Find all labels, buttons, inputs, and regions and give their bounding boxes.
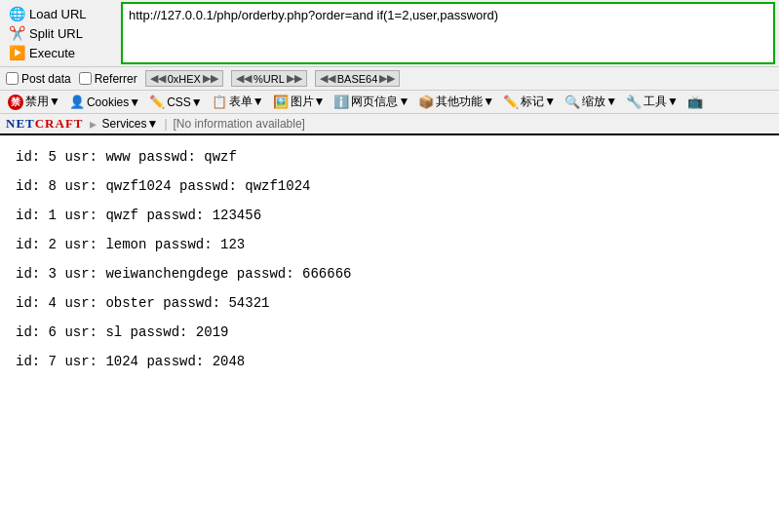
hex-arrow-right: ▶▶ bbox=[203, 72, 218, 85]
info-label: 网页信息▼ bbox=[351, 94, 409, 110]
referrer-checkbox[interactable] bbox=[79, 72, 92, 85]
data-line: id: 7 usr: 1024 passwd: 2048 bbox=[16, 348, 763, 375]
data-line: id: 3 usr: weiwanchengdege passwd: 66666… bbox=[16, 260, 763, 287]
data-line: id: 6 usr: sl passwd: 2019 bbox=[16, 319, 763, 346]
url-label: %URL bbox=[253, 73, 285, 85]
base64-button[interactable]: ◀◀ BASE64 ▶▶ bbox=[315, 70, 401, 87]
netcraft-net: NET bbox=[6, 116, 35, 131]
cookies-icon: 👤 bbox=[69, 95, 85, 109]
hex-label: 0xHEX bbox=[168, 73, 201, 85]
data-line: id: 2 usr: lemon passwd: 123 bbox=[16, 231, 763, 258]
url-encode-button[interactable]: ◀◀ %URL ▶▶ bbox=[231, 70, 307, 87]
data-line: id: 4 usr: obster passwd: 54321 bbox=[16, 289, 763, 317]
display-icon: 📺 bbox=[687, 95, 703, 109]
data-line: id: 5 usr: www passwd: qwzf bbox=[16, 143, 763, 171]
url-arrow-left: ◀◀ bbox=[236, 72, 252, 85]
toolbar3-items: 禁 禁用▼ 👤 Cookies▼ ✏️ CSS▼ 📋 表单▼ 🖼️ 图片▼ ℹ️… bbox=[4, 93, 707, 111]
cookies-menu[interactable]: 👤 Cookies▼ bbox=[65, 94, 144, 110]
disable-icon: 禁 bbox=[8, 95, 23, 110]
data-line: id: 1 usr: qwzf passwd: 123456 bbox=[16, 202, 763, 229]
post-data-label: Post data bbox=[21, 72, 71, 86]
load-url-label: Load URL bbox=[29, 7, 87, 21]
load-url-button[interactable]: 🌐 Load URL bbox=[4, 4, 121, 23]
data-line: id: 8 usr: qwzf1024 passwd: qwzf1024 bbox=[16, 172, 763, 200]
hex-button[interactable]: ◀◀ 0xHEX ▶▶ bbox=[145, 70, 223, 87]
main-content: id: 5 usr: www passwd: qwzfid: 8 usr: qw… bbox=[0, 135, 779, 385]
tools-icon: 🔧 bbox=[626, 95, 642, 109]
referrer-option[interactable]: Referrer bbox=[79, 72, 137, 86]
zoom-menu[interactable]: 🔍 缩放▼ bbox=[561, 93, 621, 111]
form-label: 表单▼ bbox=[229, 94, 264, 110]
zoom-label: 缩放▼ bbox=[582, 94, 617, 110]
mark-label: 标记▼ bbox=[521, 94, 556, 110]
load-url-icon: 🌐 bbox=[8, 5, 25, 22]
services-button[interactable]: Services▼ bbox=[102, 117, 159, 131]
split-url-label: Split URL bbox=[29, 26, 83, 41]
post-data-checkbox[interactable] bbox=[6, 72, 19, 85]
options-toolbar: Post data Referrer ◀◀ 0xHEX ▶▶ ◀◀ %URL ▶… bbox=[0, 67, 779, 91]
base64-arrow-left: ◀◀ bbox=[320, 72, 335, 85]
info-icon: ℹ️ bbox=[333, 95, 349, 109]
mark-menu[interactable]: ✏️ 标记▼ bbox=[499, 93, 560, 111]
image-menu[interactable]: 🖼️ 图片▼ bbox=[269, 93, 330, 111]
display-menu[interactable]: 📺 bbox=[683, 94, 707, 110]
info-menu[interactable]: ℹ️ 网页信息▼ bbox=[330, 93, 413, 111]
chinese-toolbar: 禁 禁用▼ 👤 Cookies▼ ✏️ CSS▼ 📋 表单▼ 🖼️ 图片▼ ℹ️… bbox=[0, 91, 779, 114]
netcraft-logo: NETCRAFT bbox=[6, 116, 84, 132]
main-toolbar: 🌐 Load URL ✂️ Split URL ▶️ Execute http:… bbox=[0, 0, 779, 67]
disable-label: 禁用▼ bbox=[25, 94, 60, 110]
netcraft-info: [No information available] bbox=[174, 117, 305, 131]
zoom-icon: 🔍 bbox=[565, 95, 580, 109]
url-input[interactable]: http://127.0.0.1/php/orderby.php?order=a… bbox=[121, 2, 775, 64]
netcraft-craft: CRAFT bbox=[35, 116, 84, 131]
form-icon: 📋 bbox=[212, 95, 227, 109]
mark-icon: ✏️ bbox=[503, 95, 519, 109]
css-menu[interactable]: ✏️ CSS▼ bbox=[145, 94, 207, 110]
other-label: 其他功能▼ bbox=[436, 94, 494, 110]
post-data-option[interactable]: Post data bbox=[6, 72, 71, 86]
toolbar-left: 🌐 Load URL ✂️ Split URL ▶️ Execute bbox=[4, 2, 121, 64]
tools-label: 工具▼ bbox=[643, 94, 679, 110]
hex-arrow-left: ◀◀ bbox=[150, 72, 166, 85]
tools-menu[interactable]: 🔧 工具▼ bbox=[622, 93, 682, 111]
netcraft-bar: NETCRAFT ▸ Services▼ | [No information a… bbox=[0, 114, 779, 135]
cookies-label: Cookies▼ bbox=[87, 95, 140, 109]
url-value: http://127.0.0.1/php/orderby.php?order=a… bbox=[129, 8, 498, 22]
other-icon: 📦 bbox=[418, 95, 434, 109]
netcraft-divider: | bbox=[164, 117, 167, 131]
disable-menu[interactable]: 禁 禁用▼ bbox=[4, 93, 64, 111]
css-label: CSS▼ bbox=[167, 95, 203, 109]
netcraft-separator: ▸ bbox=[90, 116, 97, 132]
base64-label: BASE64 bbox=[337, 73, 378, 85]
execute-button[interactable]: ▶️ Execute bbox=[4, 43, 121, 62]
form-menu[interactable]: 📋 表单▼ bbox=[208, 93, 268, 111]
split-url-icon: ✂️ bbox=[8, 24, 25, 42]
url-arrow-right: ▶▶ bbox=[287, 72, 302, 85]
image-icon: 🖼️ bbox=[273, 95, 289, 109]
execute-icon: ▶️ bbox=[8, 44, 25, 61]
referrer-label: Referrer bbox=[95, 72, 137, 86]
execute-label: Execute bbox=[29, 46, 75, 60]
other-menu[interactable]: 📦 其他功能▼ bbox=[414, 93, 498, 111]
services-label: Services▼ bbox=[102, 117, 159, 131]
image-label: 图片▼ bbox=[291, 94, 326, 110]
split-url-button[interactable]: ✂️ Split URL bbox=[4, 23, 121, 43]
css-icon: ✏️ bbox=[149, 95, 165, 109]
base64-arrow-right: ▶▶ bbox=[379, 72, 395, 85]
